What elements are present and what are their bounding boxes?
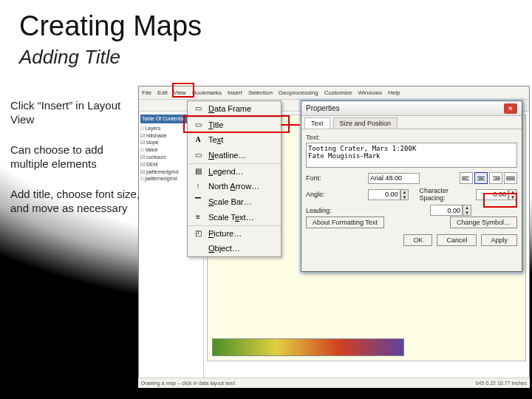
insert-menu-item[interactable]: ▤Legend… <box>188 163 281 179</box>
menu-help[interactable]: Help <box>388 89 400 96</box>
highlight-align-buttons <box>483 193 517 208</box>
menu-item-label: Neatline… <box>208 151 246 160</box>
angle-label: Angle: <box>306 191 368 198</box>
menu-item-icon: ◰ <box>192 228 204 239</box>
close-icon[interactable]: ✕ <box>504 103 517 114</box>
statusbar: Drawing a map – click in data layout lan… <box>138 378 530 388</box>
slide-para-1: Click “Insert” in Layout View <box>10 99 143 127</box>
menu-edit[interactable]: Edit <box>157 89 168 96</box>
menubar[interactable]: File Edit View Bookmarks Insert Selectio… <box>139 86 529 100</box>
menu-item-label: Legend… <box>208 167 244 176</box>
align-justify-icon[interactable] <box>504 172 517 184</box>
align-left-icon[interactable] <box>460 172 473 184</box>
menu-windows[interactable]: Windows <box>358 89 381 96</box>
align-right-icon[interactable] <box>489 172 502 184</box>
dialog-title: Properties <box>306 104 340 112</box>
text-input[interactable] <box>306 143 517 168</box>
tab-text[interactable]: Text <box>304 117 330 129</box>
apply-button[interactable]: Apply <box>481 234 517 246</box>
menu-bookmarks[interactable]: Bookmarks <box>192 89 222 96</box>
status-left: Drawing a map – click in data layout lan… <box>141 381 235 386</box>
menu-item-label: Scale Bar… <box>208 197 252 206</box>
menu-item-icon: ▔ <box>192 197 204 207</box>
menu-selection[interactable]: Selection <box>248 89 273 96</box>
highlight-connector <box>281 124 300 126</box>
tab-size-position[interactable]: Size and Position <box>333 117 398 129</box>
text-label: Text: <box>306 134 517 141</box>
slide-title: Creating Maps <box>19 10 202 42</box>
insert-menu-item[interactable]: AText <box>188 132 281 148</box>
cancel-button[interactable]: Cancel <box>437 234 477 246</box>
insert-menu-item[interactable]: ↑North Arrow… <box>188 179 281 194</box>
menu-item-icon: ↑ <box>192 181 204 191</box>
leading-input[interactable] <box>430 205 463 216</box>
menu-item-icon <box>192 243 204 253</box>
insert-menu-item[interactable]: ▭Neatline… <box>188 148 281 163</box>
menu-item-label: North Arrow… <box>208 182 259 191</box>
properties-dialog[interactable]: Properties ✕ Text Size and Position Text… <box>301 100 522 272</box>
leading-spinner[interactable]: ▲▼ <box>463 205 471 216</box>
slide-para-3: Add title, choose font size, and move as… <box>10 188 143 216</box>
highlight-title-item <box>183 115 290 133</box>
menu-item-label: Text <box>208 135 223 144</box>
slide-para-2: Can choose to add multiple elements <box>10 143 143 171</box>
leading-label: Leading: <box>306 207 430 214</box>
align-group <box>460 172 517 184</box>
change-symbol-button[interactable]: Change Symbol… <box>450 216 517 228</box>
menu-insert[interactable]: Insert <box>228 89 242 96</box>
menu-customize[interactable]: Customize <box>324 89 352 96</box>
menu-item-icon: ▭ <box>192 103 204 114</box>
insert-menu-item[interactable]: ▭Data Frame <box>188 101 281 117</box>
highlight-insert-menu <box>172 83 194 98</box>
insert-menu-item[interactable]: Object… <box>188 241 281 256</box>
menu-file[interactable]: File <box>142 89 151 96</box>
angle-input[interactable] <box>368 189 400 200</box>
charspacing-label: Character Spacing: <box>419 187 476 202</box>
menu-item-label: Data Frame <box>208 104 251 113</box>
map-imagery <box>212 338 404 356</box>
menu-item-label: Scale Text… <box>208 213 254 222</box>
menu-item-label: Picture… <box>208 229 242 238</box>
menu-item-icon: ▭ <box>192 150 204 160</box>
insert-menu-item[interactable]: ≡Scale Text… <box>188 210 281 225</box>
font-value <box>368 173 420 184</box>
angle-spinner[interactable]: ▲▼ <box>400 189 409 200</box>
insert-menu-item[interactable]: ◰Picture… <box>188 225 281 241</box>
menu-item-icon: ≡ <box>192 212 204 222</box>
about-formatting-button[interactable]: About Formatting Text <box>306 216 384 228</box>
insert-menu-item[interactable]: ▔Scale Bar… <box>188 194 281 210</box>
status-right: 645 0.22 10.77 Inches <box>476 381 527 386</box>
menu-item-icon: ▤ <box>192 166 204 177</box>
ok-button[interactable]: OK <box>403 234 432 246</box>
menu-item-label: Object… <box>208 244 240 253</box>
slide-subtitle: Adding Title <box>19 46 120 69</box>
menu-geoprocessing[interactable]: Geoprocessing <box>279 89 318 96</box>
align-center-icon[interactable] <box>474 172 488 184</box>
font-label: Font: <box>306 174 368 182</box>
menu-item-icon: A <box>192 134 204 145</box>
